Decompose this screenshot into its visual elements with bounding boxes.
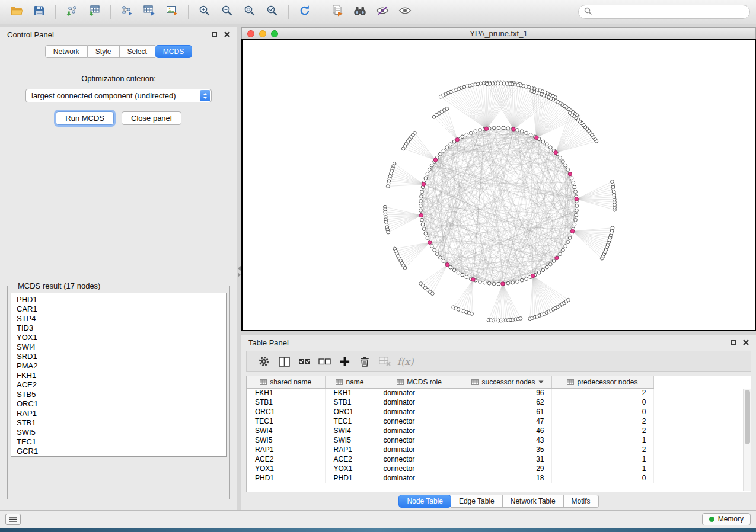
cell-mcds-role: dominator bbox=[375, 388, 464, 398]
import-network-button[interactable] bbox=[61, 2, 82, 21]
horizontal-splitter[interactable] bbox=[241, 331, 756, 335]
mcds-result-item[interactable]: ACE2 bbox=[17, 380, 226, 390]
floppy-disk-icon bbox=[34, 5, 44, 18]
import-table-button[interactable] bbox=[84, 2, 105, 21]
mcds-result-item[interactable]: ORC1 bbox=[17, 399, 226, 409]
mcds-result-item[interactable]: STB1 bbox=[17, 418, 226, 428]
table-row[interactable]: STB1 STB1 dominator 62 0 bbox=[247, 398, 653, 407]
network-graph[interactable] bbox=[243, 40, 755, 330]
vertical-splitter[interactable] bbox=[237, 27, 241, 510]
show-graphics-details-button[interactable] bbox=[394, 2, 416, 21]
mcds-result-item[interactable]: SWI5 bbox=[17, 428, 226, 437]
application-window: Control Panel Network Style Select MCDS … bbox=[0, 0, 756, 532]
tab-network-table[interactable]: Network Table bbox=[503, 495, 564, 508]
mcds-result-item[interactable]: SRD1 bbox=[17, 352, 226, 361]
combo-stepper-icon bbox=[200, 90, 210, 101]
mcds-result-item[interactable]: TID3 bbox=[17, 323, 226, 333]
tab-motifs[interactable]: Motifs bbox=[564, 495, 599, 508]
run-mcds-button[interactable]: Run MCDS bbox=[56, 111, 114, 125]
toolbar-separator bbox=[321, 5, 321, 19]
splitter-handle-icon[interactable] bbox=[238, 266, 241, 277]
select-all-rows-button[interactable] bbox=[294, 352, 314, 370]
optimization-criterion-select[interactable]: largest connected component (undirected) bbox=[25, 89, 212, 102]
mcds-result-item[interactable]: SWI4 bbox=[17, 342, 226, 352]
tab-mcds[interactable]: MCDS bbox=[155, 45, 192, 58]
table-row[interactable]: ORC1 ORC1 dominator 61 0 bbox=[247, 407, 653, 416]
table-scrollbar-thumb[interactable] bbox=[745, 390, 750, 444]
show-columns-button[interactable] bbox=[274, 352, 294, 370]
apply-layout-button[interactable] bbox=[294, 2, 315, 21]
float-panel-button[interactable] bbox=[211, 31, 218, 38]
cell-shared-name: STB1 bbox=[247, 398, 325, 407]
zoom-in-button[interactable] bbox=[194, 2, 215, 21]
table-scrollbar[interactable] bbox=[743, 389, 751, 491]
table-options-button[interactable] bbox=[254, 352, 274, 370]
zoom-fit-button[interactable] bbox=[239, 2, 260, 21]
memory-button[interactable]: Memory bbox=[702, 513, 751, 525]
create-column-button[interactable] bbox=[334, 352, 355, 370]
table-row[interactable]: FKH1 FKH1 dominator 96 2 bbox=[247, 388, 653, 398]
export-image-button[interactable] bbox=[161, 2, 183, 21]
desktop-wallpaper bbox=[0, 528, 756, 532]
tab-node-table[interactable]: Node Table bbox=[398, 495, 451, 508]
table-row[interactable]: YOX1 YOX1 connector 29 1 bbox=[247, 464, 653, 473]
search-input[interactable] bbox=[595, 8, 744, 16]
hide-graphics-details-button[interactable] bbox=[372, 2, 393, 21]
open-file-button[interactable] bbox=[6, 2, 27, 21]
attribute-icon bbox=[471, 379, 479, 385]
mcds-result-item[interactable]: STP4 bbox=[17, 314, 226, 323]
tab-select[interactable]: Select bbox=[120, 45, 155, 58]
float-icon bbox=[212, 32, 217, 37]
column-header-shared-name[interactable]: shared name bbox=[247, 376, 325, 388]
table-row[interactable]: SWI5 SWI5 connector 43 1 bbox=[247, 435, 653, 445]
window-close-button[interactable] bbox=[247, 30, 254, 37]
close-panel-button[interactable] bbox=[224, 31, 230, 38]
mcds-result-item[interactable]: TEC1 bbox=[17, 437, 226, 447]
save-session-button[interactable] bbox=[28, 2, 50, 21]
mcds-result-item[interactable]: STB5 bbox=[17, 390, 226, 399]
binoculars-icon bbox=[353, 6, 366, 18]
cell-name: STB1 bbox=[325, 398, 375, 407]
deselect-all-rows-button[interactable] bbox=[314, 352, 334, 370]
mcds-result-item[interactable]: RAP1 bbox=[17, 409, 226, 418]
mcds-result-item[interactable]: FKH1 bbox=[17, 371, 226, 380]
tab-network[interactable]: Network bbox=[45, 45, 88, 58]
column-header-predecessor-nodes[interactable]: predecessor nodes bbox=[551, 376, 653, 388]
zoom-out-button[interactable] bbox=[216, 2, 238, 21]
mcds-result-item[interactable]: CAR1 bbox=[17, 305, 226, 314]
zoom-in-icon bbox=[199, 5, 210, 19]
toolbar-separator bbox=[188, 5, 189, 19]
search-network-button[interactable] bbox=[349, 2, 371, 21]
table-row[interactable]: TEC1 TEC1 connector 47 2 bbox=[247, 416, 653, 426]
cell-mcds-role: connector bbox=[375, 454, 464, 464]
columns-icon bbox=[279, 357, 290, 367]
zoom-selected-button[interactable] bbox=[261, 2, 283, 21]
network-canvas[interactable] bbox=[241, 39, 756, 331]
column-header-mcds-role[interactable]: MCDS role bbox=[375, 376, 464, 388]
tab-edge-table[interactable]: Edge Table bbox=[451, 495, 503, 508]
float-table-panel-button[interactable] bbox=[730, 339, 736, 346]
mcds-result-item[interactable]: PHD1 bbox=[17, 295, 226, 305]
delete-column-button[interactable] bbox=[355, 352, 375, 370]
mcds-result-item[interactable]: YOX1 bbox=[17, 333, 226, 342]
window-maximize-button[interactable] bbox=[271, 30, 278, 37]
mcds-result-item[interactable]: GCR1 bbox=[17, 447, 226, 456]
export-network-button[interactable] bbox=[116, 2, 138, 21]
mcds-result-item[interactable]: PMA2 bbox=[17, 361, 226, 371]
table-row[interactable]: RAP1 RAP1 dominator 35 2 bbox=[247, 445, 653, 454]
tab-style[interactable]: Style bbox=[88, 45, 120, 58]
table-row[interactable]: SWI4 SWI4 dominator 46 2 bbox=[247, 426, 653, 435]
table-row[interactable]: ACE2 ACE2 connector 31 1 bbox=[247, 454, 653, 464]
window-minimize-button[interactable] bbox=[259, 30, 266, 37]
cell-shared-name: SWI4 bbox=[247, 426, 325, 435]
close-table-panel-button[interactable] bbox=[742, 339, 749, 346]
table-row[interactable]: PHD1 PHD1 dominator 18 0 bbox=[247, 473, 653, 483]
toolbar-search[interactable] bbox=[578, 5, 750, 19]
cell-mcds-role: connector bbox=[375, 464, 464, 473]
share-document-button[interactable] bbox=[327, 2, 348, 21]
export-table-button[interactable] bbox=[139, 2, 160, 21]
column-header-name[interactable]: name bbox=[325, 376, 375, 388]
task-history-button[interactable] bbox=[5, 514, 21, 525]
close-panel-button-mcds[interactable]: Close panel bbox=[122, 111, 181, 125]
column-header-successor-nodes[interactable]: successor nodes bbox=[464, 376, 551, 388]
